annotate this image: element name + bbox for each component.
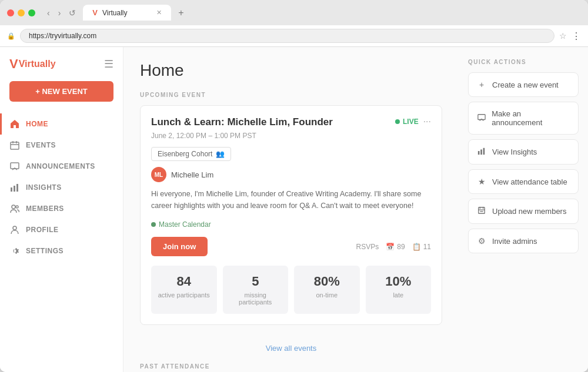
back-button[interactable]: ‹ — [45, 7, 52, 19]
calendar-tag: Master Calendar — [151, 220, 211, 229]
svg-rect-0 — [11, 142, 19, 149]
sidebar-item-profile[interactable]: PROFILE — [0, 219, 123, 240]
forward-button[interactable]: › — [56, 7, 64, 19]
rsvp-row: RSVPs 📅 89 📋 11 — [356, 243, 431, 251]
browser-chrome: ‹ › ↺ V Virtually ✕ + — [0, 0, 588, 25]
browser-controls: ‹ › ↺ V Virtually ✕ + — [7, 5, 581, 21]
svg-rect-7 — [16, 184, 18, 192]
rsvp-icon-2: 📋 — [412, 243, 421, 251]
sidebar-label-members: MEMBERS — [26, 205, 64, 213]
tab-close-button[interactable]: ✕ — [156, 9, 162, 16]
create-event-button[interactable]: + Create a new event — [468, 72, 579, 97]
tabs-bar: V Virtually ✕ + — [83, 5, 188, 21]
calendar-label: Master Calendar — [159, 220, 211, 229]
active-tab[interactable]: V Virtually ✕ — [83, 5, 171, 21]
stat-label-late: late — [372, 291, 426, 299]
quick-actions-label: QUICK ACTIONS — [468, 59, 579, 65]
url-text: https://tryvirtually.com — [29, 32, 96, 40]
live-dot — [395, 119, 400, 124]
past-attendance-label: PAST ATTENDANCE — [140, 363, 442, 370]
stat-label-missing: missing participants — [229, 291, 283, 306]
view-insights-label: View Insights — [492, 148, 537, 156]
event-description: Hi everyone, I'm Michelle Lim, founder o… — [151, 188, 431, 212]
view-insights-button[interactable]: View Insights — [468, 139, 579, 165]
sidebar-label-announcements: ANNOUNCEMENTS — [26, 162, 95, 170]
rsvp-count-1: 89 — [397, 243, 405, 251]
svg-point-8 — [12, 205, 15, 209]
refresh-button[interactable]: ↺ — [66, 7, 78, 19]
cohort-members-icon: 👥 — [216, 150, 225, 158]
more-options-button[interactable]: ··· — [423, 116, 431, 127]
svg-rect-15 — [479, 207, 485, 214]
new-tab-button[interactable]: + — [173, 5, 188, 21]
members-icon — [9, 203, 20, 214]
insights-icon — [9, 182, 20, 193]
invite-admins-label: Invite admins — [492, 237, 537, 246]
svg-rect-13 — [480, 149, 482, 155]
upload-members-label: Upload new members — [492, 207, 566, 216]
calendar-icon — [9, 140, 20, 150]
home-icon — [9, 119, 20, 129]
sidebar-label-insights: INSIGHTS — [26, 183, 62, 192]
stat-value-late: 10% — [372, 274, 426, 289]
sidebar-header: V Virtually ☰ — [0, 56, 123, 81]
svg-point-10 — [13, 226, 16, 230]
sidebar-label-home: HOME — [26, 120, 48, 128]
address-bar[interactable]: https://tryvirtually.com — [20, 29, 554, 43]
live-label: LIVE — [403, 118, 419, 126]
sidebar-item-settings[interactable]: SETTINGS — [0, 240, 123, 262]
stats-row: 84 active participants 5 missing partici… — [151, 266, 431, 314]
sidebar-item-members[interactable]: MEMBERS — [0, 198, 123, 219]
sidebar-item-insights[interactable]: INSIGHTS — [0, 177, 123, 198]
event-card: Lunch & Learn: Michelle Lim, Founder LIV… — [140, 105, 442, 325]
logo-text: Virtually — [19, 59, 56, 69]
live-badge: LIVE — [395, 118, 419, 126]
stat-card-active: 84 active participants — [151, 266, 217, 314]
maximize-button[interactable] — [28, 9, 35, 16]
traffic-lights — [7, 9, 35, 16]
stat-card-ontime: 80% on-time — [294, 266, 360, 314]
make-announcement-button[interactable]: Make an announcement — [468, 102, 579, 135]
nav-buttons: ‹ › ↺ — [45, 7, 78, 19]
svg-rect-5 — [11, 187, 12, 192]
sidebar-label-settings: SETTINGS — [26, 247, 64, 255]
event-status: LIVE ··· — [395, 116, 431, 127]
sidebar-item-announcements[interactable]: ANNOUNCEMENTS — [0, 156, 123, 177]
announcement-icon — [9, 161, 20, 172]
attendance-table-label: View attendance table — [492, 177, 567, 186]
upload-members-button[interactable]: Upload new members — [468, 199, 579, 224]
view-all-events-link[interactable]: View all events — [140, 337, 442, 360]
attendance-table-button[interactable]: ★ View attendance table — [468, 169, 579, 194]
sidebar: V Virtually ☰ + NEW EVENT HOME — [0, 47, 123, 372]
invite-admins-button[interactable]: ⚙ Invite admins — [468, 229, 579, 253]
sidebar-item-home[interactable]: HOME — [0, 113, 123, 135]
minimize-button[interactable] — [18, 9, 25, 16]
upload-action-icon — [477, 206, 486, 216]
rsvp-icon-1: 📅 — [386, 243, 395, 251]
stat-card-late: 10% late — [366, 266, 432, 314]
join-now-button[interactable]: Join now — [151, 237, 208, 256]
sidebar-item-events[interactable]: EVENTS — [0, 135, 123, 156]
settings-icon — [9, 246, 20, 256]
cohort-label: Eisenberg Cohort — [158, 150, 212, 158]
insights-action-icon — [477, 147, 486, 157]
tab-title: Virtually — [102, 9, 127, 17]
logo: V Virtually — [9, 56, 56, 72]
page-title: Home — [140, 61, 442, 80]
lock-icon: 🔒 — [7, 32, 15, 40]
svg-rect-12 — [478, 151, 480, 155]
make-announcement-label: Make an announcement — [492, 109, 570, 127]
svg-point-9 — [16, 206, 18, 208]
announcement-action-icon — [477, 113, 486, 123]
cohort-tag: Eisenberg Cohort 👥 — [151, 147, 231, 161]
star-action-icon: ★ — [477, 177, 486, 186]
svg-rect-6 — [14, 186, 15, 192]
hamburger-menu-icon[interactable]: ☰ — [104, 58, 113, 71]
browser-window: ‹ › ↺ V Virtually ✕ + 🔒 https://tryvirtu… — [0, 0, 588, 372]
browser-menu-icon[interactable]: ⋮ — [572, 31, 581, 42]
close-button[interactable] — [7, 9, 14, 16]
new-event-button[interactable]: + NEW EVENT — [9, 81, 113, 102]
bookmark-icon[interactable]: ☆ — [559, 31, 567, 41]
rsvp-item-2: 📋 11 — [412, 243, 431, 251]
event-time: June 2, 12:00 PM – 1:00 PM PST — [151, 132, 431, 140]
